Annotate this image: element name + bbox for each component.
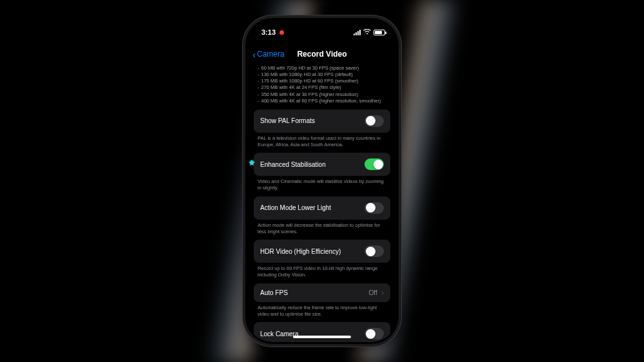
- row-label: Show PAL Formats: [260, 117, 315, 124]
- setting-group-pal: Show PAL Formats PAL is a television vid…: [254, 110, 390, 148]
- bitrate-line: 175 MB with 1080p HD at 60 FPS (smoother…: [261, 78, 359, 84]
- row-label: Auto FPS: [260, 289, 288, 296]
- cellular-signal-icon: [354, 30, 361, 35]
- clock: 3:13: [261, 28, 276, 36]
- setting-group-hdr: HDR Video (High Efficiency) Record up to…: [254, 240, 390, 278]
- navigation-bar: ‹ Camera Record Video: [247, 44, 397, 64]
- bitrate-info-list: 60 MB with 720p HD at 30 FPS (space save…: [254, 64, 390, 110]
- hdr-toggle[interactable]: [365, 245, 384, 257]
- battery-icon: [374, 30, 385, 35]
- home-indicator[interactable]: [293, 336, 351, 338]
- enhanced-stabilisation-row[interactable]: Enhanced Stabilisation: [254, 153, 390, 176]
- bitrate-line: 400 MB with 4K at 60 FPS (higher resolut…: [261, 98, 381, 104]
- settings-content[interactable]: 60 MB with 720p HD at 30 FPS (space save…: [247, 64, 397, 342]
- wifi-icon: [363, 29, 371, 36]
- row-label: HDR Video (High Efficiency): [260, 248, 341, 255]
- bitrate-line: 130 MB with 1080p HD at 30 FPS (default): [261, 71, 353, 78]
- action-mode-toggle[interactable]: [365, 202, 384, 214]
- auto-fps-row[interactable]: Auto FPS Off ›: [254, 283, 390, 302]
- back-button[interactable]: ‹ Camera: [252, 50, 285, 59]
- setting-group-lock-camera: Lock Camera Do not automatically switch …: [254, 322, 390, 342]
- show-pal-formats-row[interactable]: Show PAL Formats: [254, 110, 390, 133]
- row-footer: Video and Cinematic mode will stabilise …: [254, 176, 390, 191]
- pal-toggle[interactable]: [365, 115, 384, 127]
- bitrate-line: 270 MB with 4K at 24 FPS (film style): [261, 84, 341, 91]
- hdr-video-row[interactable]: HDR Video (High Efficiency): [254, 240, 390, 263]
- screen: 3:13 ‹ Camera Record Video 60 MB with 72…: [247, 20, 397, 342]
- lock-camera-toggle[interactable]: [365, 328, 384, 339]
- status-bar: 3:13: [247, 20, 397, 44]
- auto-fps-value: Off: [369, 289, 377, 296]
- back-label: Camera: [257, 50, 285, 59]
- bitrate-line: 60 MB with 720p HD at 30 FPS (space save…: [261, 65, 359, 71]
- row-footer: Automatically reduce the frame rate to i…: [254, 302, 390, 318]
- setting-group-stabilisation: Enhanced Stabilisation Video and Cinemat…: [254, 153, 390, 191]
- phone-frame: 3:13 ‹ Camera Record Video 60 MB with 72…: [245, 18, 399, 344]
- highlight-star-icon: [247, 158, 258, 170]
- recording-indicator-icon: [279, 30, 284, 35]
- row-label: Action Mode Lower Light: [260, 204, 331, 211]
- bitrate-line: 350 MB with 4K at 30 FPS (higher resolut…: [261, 91, 359, 98]
- row-label: Enhanced Stabilisation: [260, 161, 326, 168]
- lock-camera-row[interactable]: Lock Camera: [254, 322, 390, 342]
- action-mode-lower-light-row[interactable]: Action Mode Lower Light: [254, 196, 390, 220]
- row-footer: PAL is a television video format used in…: [254, 133, 390, 148]
- page-title: Record Video: [297, 50, 346, 59]
- setting-group-action-mode: Action Mode Lower Light Action mode will…: [254, 196, 390, 235]
- setting-group-autofps: Auto FPS Off › Automatically reduce the …: [254, 283, 390, 318]
- chevron-left-icon: ‹: [252, 50, 256, 59]
- chevron-right-icon: ›: [382, 289, 384, 296]
- row-footer: Action mode will decrease the stabilisat…: [254, 220, 390, 235]
- stabilisation-toggle[interactable]: [365, 158, 384, 170]
- row-footer: Record up to 60 FPS video in 10-bit high…: [254, 263, 390, 278]
